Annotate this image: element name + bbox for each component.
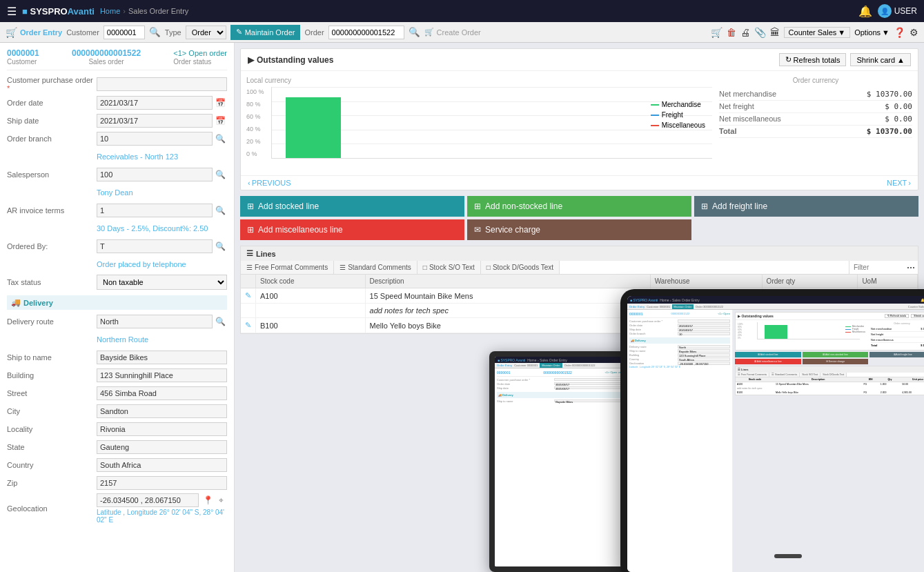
order-branch-search-icon[interactable]: 🔍	[214, 134, 227, 144]
lines-toolbar: ☰ Free Format Comments ☰ Standard Commen…	[241, 261, 918, 275]
cart-icon-button[interactable]: 🛒	[711, 27, 723, 38]
locality-input[interactable]	[97, 422, 227, 436]
print-icon-button[interactable]: 🖨	[740, 27, 750, 38]
tax-status-select[interactable]: Non taxable	[97, 275, 227, 290]
ordered-by-input[interactable]	[97, 239, 213, 253]
order-date-label: Order date	[7, 99, 97, 107]
ordered-by-search-icon[interactable]: 🔍	[214, 241, 227, 251]
tab-free-format[interactable]: ☰ Free Format Comments	[241, 261, 334, 274]
building-icon-button[interactable]: 🏛	[770, 27, 780, 38]
customer-po-label: Customer purchase order	[7, 76, 97, 92]
state-input[interactable]	[97, 440, 227, 454]
order-branch-label: Order branch	[7, 135, 97, 143]
order-branch-row: Order branch 🔍	[7, 131, 227, 146]
tablet-home-button[interactable]	[774, 554, 802, 558]
ar-terms-label: AR invoice terms	[7, 206, 97, 215]
legend-merchandise: Merchandise	[651, 101, 705, 108]
salesperson-input[interactable]	[97, 168, 213, 181]
user-menu[interactable]: 👤 USER	[878, 4, 917, 18]
net-misc-row: Net miscellaneous $ 0.00	[719, 113, 912, 126]
delete-icon-button[interactable]: 🗑	[727, 27, 736, 38]
building-input[interactable]	[97, 368, 227, 382]
shrink-card-button[interactable]: Shrink card ▲	[850, 53, 911, 66]
help-icon-button[interactable]: ❓	[894, 27, 905, 38]
street-label: Street	[7, 389, 97, 397]
branch-link[interactable]: Receivables - North 123	[97, 152, 178, 161]
add-freight-line-button[interactable]: ⊞ Add freight line	[694, 196, 918, 217]
geolocation-row: Geolocation 📍 ⌖ Latitude , Longitude 26°…	[7, 493, 227, 524]
delivery-route-input[interactable]	[97, 315, 213, 328]
edit-icon-2[interactable]: ✎	[245, 321, 251, 329]
net-freight-row: Net freight $ 0.00	[719, 101, 912, 113]
salesperson-search-icon[interactable]: 🔍	[214, 170, 227, 179]
delivery-route-search-icon[interactable]: 🔍	[214, 317, 227, 326]
chevron-icon: ▲	[897, 56, 905, 64]
state-row: State	[7, 440, 227, 455]
next-chart-button[interactable]: NEXT ›	[887, 179, 911, 187]
misc-legend-dot	[651, 125, 659, 126]
lines-table-header-row: Stock code Description Warehouse Order q…	[241, 275, 918, 288]
geolocation-input[interactable]	[97, 493, 199, 507]
ordered-by-link[interactable]: Order placed by telephone	[97, 260, 186, 268]
order-date-input[interactable]	[97, 96, 213, 110]
chart-navigation: ‹ PREVIOUS NEXT ›	[241, 175, 918, 190]
salesperson-link-row: Tony Dean	[7, 185, 227, 200]
ar-terms-search-icon[interactable]: 🔍	[214, 206, 227, 215]
tab-standard-comments[interactable]: ☰ Standard Comments	[334, 261, 417, 274]
customer-input[interactable]	[104, 26, 145, 39]
service-charge-button[interactable]: ✉ Service charge	[467, 219, 691, 240]
customer-search-button[interactable]: 🔍	[149, 27, 161, 37]
edit-cell-2: ✎	[241, 318, 256, 333]
order-date-calendar-icon[interactable]: 📅	[214, 98, 227, 108]
settings-icon-button[interactable]: ⚙	[910, 27, 918, 38]
tab-stock-dgoods-text[interactable]: □ Stock D/Goods Text	[481, 261, 560, 274]
delivery-route-row: Delivery route 🔍	[7, 314, 227, 329]
order-search-button[interactable]: 🔍	[409, 27, 420, 37]
type-select[interactable]: Order	[186, 26, 226, 39]
order-nav-label: Order	[304, 28, 324, 37]
order-branch-input[interactable]	[97, 132, 213, 146]
attach-icon-button[interactable]: 📎	[754, 27, 766, 38]
salesperson-link[interactable]: Tony Dean	[97, 188, 133, 197]
merchandise-bar	[286, 97, 341, 158]
delivery-route-label: Delivery route	[7, 317, 97, 326]
notification-bell-icon[interactable]: 🔔	[858, 5, 872, 18]
customer-po-input[interactable]	[97, 77, 227, 91]
lines-filter-input[interactable]	[849, 261, 904, 274]
lines-more-options-button[interactable]: ⋯	[904, 261, 918, 274]
geolocation-target-icon[interactable]: ⌖	[217, 495, 225, 505]
counter-sales-button[interactable]: Counter Sales ▼	[784, 27, 851, 38]
ship-date-calendar-icon[interactable]: 📅	[214, 116, 227, 126]
hamburger-icon[interactable]: ☰	[7, 5, 17, 18]
create-order-button[interactable]: 🛒 Create Order	[424, 28, 481, 37]
ship-to-name-input[interactable]	[97, 351, 227, 364]
geolocation-map-icon[interactable]: 📍	[201, 495, 215, 505]
building-label: Building	[7, 371, 97, 379]
ar-link[interactable]: 30 Days - 2.5%, Discount%: 2.50	[97, 224, 208, 233]
chart-legend: Merchandise Freight Miscellaneous	[651, 94, 705, 136]
add-non-stocked-line-button[interactable]: ⊞ Add non-stocked line	[467, 196, 691, 217]
ship-date-input[interactable]	[97, 114, 213, 128]
maintain-order-button[interactable]: ✎ Maintain Order	[230, 25, 301, 40]
country-input[interactable]	[97, 458, 227, 472]
breadcrumb-home[interactable]: Home	[100, 7, 120, 15]
city-input[interactable]	[97, 404, 227, 418]
edit-icon-1[interactable]: ✎	[245, 291, 251, 299]
zip-input[interactable]	[97, 476, 227, 490]
refresh-totals-button[interactable]: ↻ Refresh totals	[779, 53, 847, 66]
street-input[interactable]	[97, 386, 227, 400]
order-currency-label: Order currency	[719, 77, 912, 84]
tab-stock-so-text[interactable]: □ Stock S/O Text	[417, 261, 481, 274]
add-stocked-line-button[interactable]: ⊞ Add stocked line	[240, 196, 464, 217]
prev-chart-button[interactable]: ‹ PREVIOUS	[248, 179, 291, 187]
user-avatar: 👤	[878, 4, 892, 18]
ar-terms-input[interactable]	[97, 204, 213, 217]
add-miscellaneous-line-button[interactable]: ⊞ Add miscellaneous line	[240, 219, 464, 240]
options-button[interactable]: Options ▼	[854, 28, 889, 37]
user-name: USER	[894, 6, 917, 16]
country-label: Country	[7, 461, 97, 469]
service-charge-icon: ✉	[474, 225, 481, 235]
route-link[interactable]: Northern Route	[97, 335, 148, 344]
outstanding-values-actions: ↻ Refresh totals Shrink card ▲	[779, 53, 911, 66]
order-input[interactable]	[328, 26, 404, 39]
